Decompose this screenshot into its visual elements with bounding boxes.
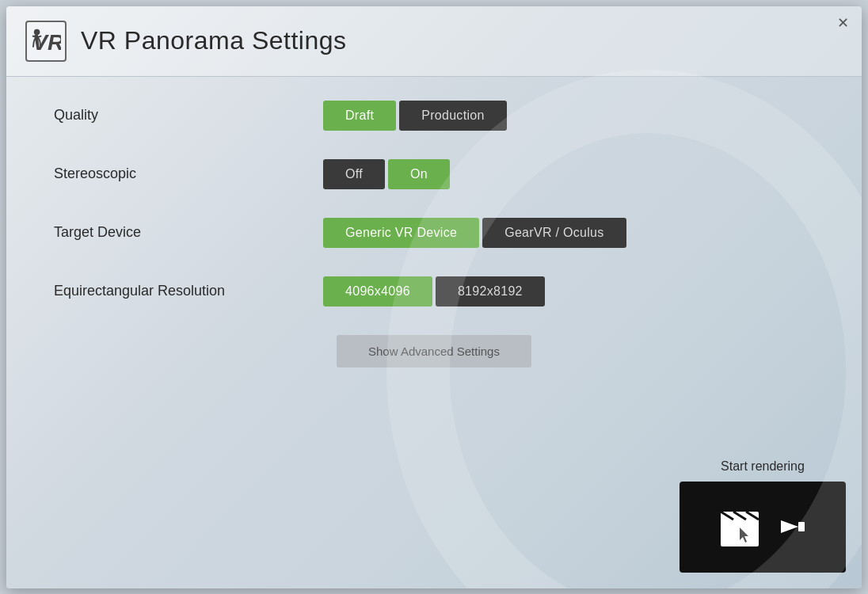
quality-production-button[interactable]: Production — [399, 101, 507, 131]
dialog: ✕ VR VR Panorama Settings Quality Draft — [6, 6, 862, 588]
svg-point-1 — [34, 29, 40, 35]
close-button[interactable]: ✕ — [837, 16, 849, 30]
resolution-row: Equirectangular Resolution 4096x4096 819… — [54, 276, 814, 307]
clapboard-icon — [718, 505, 768, 548]
svg-line-5 — [40, 41, 40, 48]
show-advanced-button[interactable]: Show Advanced Settings — [337, 335, 531, 367]
vr-logo: VR — [25, 21, 67, 62]
dialog-header: VR VR Panorama Settings — [6, 6, 862, 77]
render-button[interactable] — [680, 482, 846, 573]
quality-btn-group: Draft Production — [323, 101, 510, 131]
stereoscopic-label: Stereoscopic — [54, 166, 323, 182]
resolution-btn-group: 4096x4096 8192x8192 — [323, 276, 548, 307]
stereoscopic-on-button[interactable]: On — [388, 159, 450, 189]
stereoscopic-row: Stereoscopic Off On — [54, 159, 814, 189]
target-device-row: Target Device Generic VR Device GearVR /… — [54, 218, 814, 248]
quality-draft-button[interactable]: Draft — [323, 101, 396, 131]
svg-rect-15 — [798, 522, 805, 531]
arrow-right-icon — [776, 511, 808, 543]
stereoscopic-btn-group: Off On — [323, 159, 453, 189]
target-device-label: Target Device — [54, 224, 323, 241]
advanced-row: Show Advanced Settings — [54, 335, 814, 367]
quality-label: Quality — [54, 107, 323, 124]
svg-marker-14 — [781, 520, 798, 533]
settings-content: Quality Draft Production Stereoscopic Of… — [6, 77, 862, 391]
target-device-btn-group: Generic VR Device GearVR / Oculus — [323, 218, 630, 248]
target-gearvr-button[interactable]: GearVR / Oculus — [482, 218, 626, 248]
start-rendering-area: Start rendering — [680, 459, 846, 573]
svg-line-4 — [33, 41, 34, 48]
resolution-4096-button[interactable]: 4096x4096 — [323, 276, 432, 307]
stereoscopic-off-button[interactable]: Off — [323, 159, 385, 189]
start-rendering-label: Start rendering — [721, 459, 805, 474]
resolution-label: Equirectangular Resolution — [54, 283, 323, 299]
page-title: VR Panorama Settings — [81, 26, 347, 55]
target-generic-button[interactable]: Generic VR Device — [323, 218, 479, 248]
resolution-8192-button[interactable]: 8192x8192 — [436, 276, 545, 307]
quality-row: Quality Draft Production — [54, 101, 814, 131]
